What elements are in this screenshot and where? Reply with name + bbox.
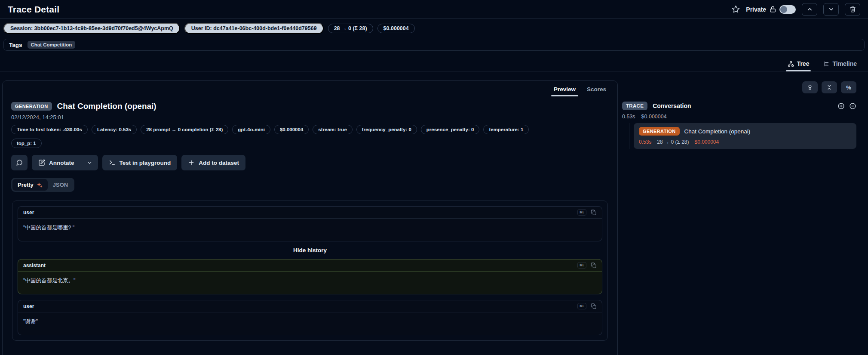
- trace-title: Conversation: [653, 102, 691, 109]
- format-toggle: Pretty JSON: [11, 178, 74, 192]
- trace-meta-badges: Session: 3bb00ec7-1b13-4c9b-85ee-3d9d70f…: [0, 19, 868, 38]
- metric-token-usage: 28 prompt → 0 completion (Σ 28): [141, 125, 228, 134]
- star-icon: [732, 5, 740, 13]
- metric-temperature: temperature: 1: [483, 125, 529, 134]
- message-role: user: [23, 303, 34, 309]
- token-usage-badge: 28 → 0 (Σ 28): [328, 24, 373, 33]
- message-assistant: assistant M↓ "中国的首都是北京。": [18, 259, 602, 294]
- scores-toggle-button[interactable]: [802, 81, 818, 93]
- previous-trace-button[interactable]: [802, 3, 817, 16]
- copy-icon[interactable]: [591, 210, 597, 216]
- message-role: user: [23, 210, 34, 216]
- observation-timestamp: 02/12/2024, 14:25:01: [11, 114, 609, 120]
- detail-tabbar: Preview Scores: [3, 81, 617, 96]
- add-to-dataset-label: Add to dataset: [199, 160, 239, 166]
- playground-label: Test in playground: [120, 160, 171, 166]
- next-trace-button[interactable]: [823, 3, 839, 16]
- tag-chip[interactable]: Chat Competition: [28, 41, 76, 49]
- comment-icon: [16, 159, 23, 166]
- observation-header: GENERATION Chat Completion (openai) 02/1…: [3, 96, 617, 170]
- message-user-1: user M↓ "中国的首都是哪里? ": [18, 206, 602, 241]
- user-id-badge[interactable]: User ID: dc47a41e-06bc-400d-bde1-f0e440d…: [184, 23, 324, 34]
- test-in-playground-button[interactable]: Test in playground: [102, 155, 178, 170]
- collapse-all-button[interactable]: [822, 81, 837, 93]
- message-content: "谢谢": [18, 312, 602, 335]
- annotate-label: Annotate: [49, 160, 74, 166]
- tab-scores[interactable]: Scores: [582, 83, 611, 96]
- privacy-toggle[interactable]: [779, 5, 796, 14]
- metric-time-to-first-token: Time to first token: -430.00s: [11, 125, 88, 134]
- metric-cost: $0.000004: [274, 125, 309, 134]
- tree-children: GENERATION Chat Completion (openai) 0.53…: [629, 123, 856, 149]
- lock-icon: [769, 6, 776, 13]
- metric-latency: Latency: 0.53s: [92, 125, 137, 134]
- annotate-button[interactable]: Annotate: [32, 155, 81, 170]
- hide-history-button[interactable]: Hide history: [18, 247, 602, 253]
- view-switch: Tree Timeline: [0, 57, 868, 71]
- generation-tokens: 28 → 0 (Σ 28): [657, 139, 689, 145]
- page-title: Trace Detail: [8, 4, 59, 15]
- format-json-button[interactable]: JSON: [48, 179, 73, 191]
- percent-icon: %: [846, 84, 851, 91]
- chevron-down-icon: [828, 6, 834, 12]
- cost-badge: $0.000004: [377, 24, 415, 33]
- generation-type-badge: GENERATION: [639, 127, 680, 136]
- trace-type-badge: TRACE: [622, 102, 647, 110]
- tab-tree-label: Tree: [797, 60, 810, 67]
- plus-icon: [188, 159, 195, 166]
- metric-top-p: top_p: 1: [11, 139, 42, 148]
- timeline-icon: [823, 61, 829, 67]
- chevron-down-icon: [87, 160, 92, 166]
- privacy-control: Private: [746, 5, 796, 14]
- markdown-toggle-icon[interactable]: M↓: [577, 209, 586, 216]
- generation-cost: $0.000004: [694, 139, 719, 145]
- header-actions: Private: [732, 3, 860, 16]
- generation-node-title: Chat Completion (openai): [684, 128, 751, 135]
- session-badge[interactable]: Session: 3bb00ec7-1b13-4c9b-85ee-3d9d70f…: [3, 23, 180, 34]
- generation-node-stats: 0.53s 28 → 0 (Σ 28) $0.000004: [639, 139, 851, 145]
- generation-node-selected[interactable]: GENERATION Chat Completion (openai) 0.53…: [634, 123, 856, 149]
- expand-all-icon[interactable]: [837, 102, 845, 110]
- annotate-dropdown-button[interactable]: [81, 155, 98, 170]
- message-user-2: user M↓ "谢谢": [18, 300, 602, 335]
- generation-latency: 0.53s: [639, 139, 651, 145]
- observation-title: Chat Completion (openai): [57, 102, 156, 111]
- tab-timeline[interactable]: Timeline: [818, 57, 862, 71]
- toggle-knob: [780, 6, 787, 13]
- sparkles-icon: [37, 182, 43, 188]
- chevron-up-icon: [807, 6, 813, 12]
- tab-tree[interactable]: Tree: [782, 57, 815, 71]
- metric-badges-row-1: Time to first token: -430.00s Latency: 0…: [11, 125, 609, 134]
- bookmark-star-button[interactable]: [732, 5, 740, 13]
- trash-icon: [850, 6, 856, 12]
- annotate-split-button: Annotate: [32, 155, 98, 170]
- tree-icon: [788, 61, 794, 67]
- message-content: "中国的首都是北京。": [18, 272, 602, 294]
- pretty-label: Pretty: [18, 182, 34, 188]
- delete-trace-button[interactable]: [845, 3, 860, 16]
- tree-toolbar: %: [622, 81, 856, 93]
- metric-frequency-penalty: frequency_penalty: 0: [356, 125, 417, 134]
- action-buttons: Annotate Test in playground: [11, 155, 609, 170]
- collapse-node-icon[interactable]: [849, 102, 856, 110]
- generation-type-badge: GENERATION: [11, 102, 52, 111]
- trace-node[interactable]: TRACE Conversation: [622, 102, 856, 110]
- add-to-dataset-button[interactable]: Add to dataset: [181, 155, 245, 170]
- message-content: "中国的首都是哪里? ": [18, 219, 602, 241]
- metric-badges-row-2: top_p: 1: [11, 139, 609, 148]
- terminal-icon: [109, 159, 116, 166]
- comments-button[interactable]: [11, 155, 28, 170]
- trace-cost: $0.000004: [641, 114, 667, 120]
- metrics-toggle-button[interactable]: %: [841, 81, 856, 93]
- observation-detail-panel: Preview Scores GENERATION Chat Completio…: [2, 80, 618, 355]
- copy-icon[interactable]: [591, 303, 597, 309]
- metric-model[interactable]: gpt-4o-mini: [232, 125, 270, 134]
- markdown-toggle-icon[interactable]: M↓: [577, 303, 586, 309]
- copy-icon[interactable]: [591, 262, 597, 269]
- message-role: assistant: [23, 262, 46, 269]
- markdown-toggle-icon[interactable]: M↓: [577, 262, 586, 269]
- tab-preview[interactable]: Preview: [549, 83, 581, 96]
- tags-container[interactable]: Tags Chat Competition: [3, 39, 865, 51]
- format-pretty-button[interactable]: Pretty: [12, 179, 48, 191]
- chevrons-collapse-icon: [826, 84, 832, 90]
